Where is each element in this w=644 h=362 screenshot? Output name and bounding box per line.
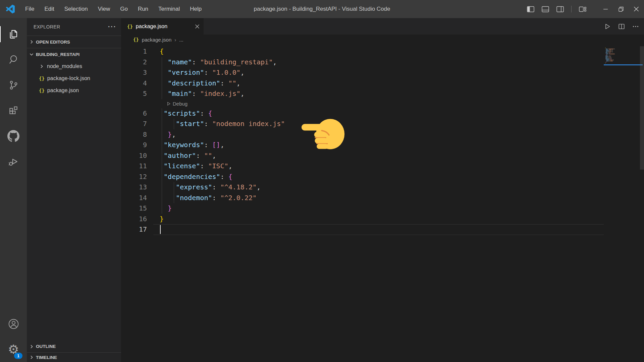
code-line-13[interactable]: 13 "express": "^4.18.2", [121, 182, 644, 193]
code-line-12[interactable]: 12 "dependencies": { [121, 172, 644, 182]
minimap-cursor-line [604, 64, 643, 65]
line-number: 17 [121, 224, 147, 235]
title-bar: FileEditSelectionViewGoRunTerminalHelp p… [0, 0, 644, 18]
code-text: "dependencies": { [147, 172, 232, 182]
indent-guide [162, 182, 162, 193]
minimap-line [612, 52, 613, 52]
close-window-button[interactable] [629, 0, 644, 18]
more-actions-icon[interactable] [632, 23, 639, 30]
tab-package-json[interactable]: {} package.json [121, 18, 204, 35]
split-editor-icon[interactable] [618, 23, 625, 30]
breadcrumb-more[interactable]: ... [179, 37, 183, 43]
minimap-line [612, 51, 612, 51]
code-line-15[interactable]: 15 } [121, 203, 644, 214]
timeline-section[interactable]: TIMELINE [27, 352, 121, 362]
menu-bar: FileEditSelectionViewGoRunTerminalHelp [20, 0, 207, 18]
tree-item-node_modules[interactable]: node_modules [27, 60, 121, 72]
restore-button[interactable] [613, 0, 629, 18]
toggle-secondary-sidebar-icon[interactable] [556, 6, 564, 12]
code-line-8[interactable]: 8 }, [121, 129, 644, 140]
activitybar-run-and-debug[interactable] [0, 149, 27, 174]
code-lens-row: Debug [121, 99, 644, 108]
minimap-line [610, 59, 610, 59]
code-line-7[interactable]: 7 "start": "nodemon index.js" [121, 119, 644, 129]
code-text: "license": "ISC", [147, 161, 232, 172]
toggle-primary-sidebar-icon[interactable] [527, 6, 534, 12]
minimap-line [605, 48, 606, 48]
open-editors-label: OPEN EDITORS [36, 40, 70, 45]
indent-guide [162, 88, 162, 99]
minimap-line [611, 58, 612, 58]
outline-section[interactable]: OUTLINE [27, 341, 121, 352]
code-text: "express": "^4.18.2", [147, 182, 261, 193]
minimap[interactable] [605, 48, 641, 69]
tree-item-package-lock.json[interactable]: {}package-lock.json [27, 72, 121, 84]
toggle-panel-icon[interactable] [542, 6, 549, 12]
sidebar-title: EXPLORER [34, 24, 60, 29]
menu-item-view[interactable]: View [93, 0, 115, 18]
run-file-icon[interactable] [604, 23, 611, 30]
minimap-line [606, 50, 608, 50]
minimap-line [612, 50, 613, 50]
customize-layout-icon[interactable] [579, 6, 586, 12]
code-line-10[interactable]: 10 "author": "", [121, 150, 644, 161]
code-line-4[interactable]: 4 "description": "", [121, 78, 644, 89]
minimap-line [606, 60, 609, 60]
menu-item-selection[interactable]: Selection [59, 0, 93, 18]
code-line-5[interactable]: 5 "main": "index.js", [121, 88, 644, 99]
account-icon [8, 318, 19, 329]
menu-item-help[interactable]: Help [185, 0, 207, 18]
open-editors-section[interactable]: OPEN EDITORS [27, 36, 121, 48]
minimap-line [605, 63, 606, 63]
activitybar-settings[interactable]: ⚙ 1 [0, 337, 27, 362]
minimize-button[interactable] [598, 0, 613, 18]
menu-item-run[interactable]: Run [133, 0, 153, 18]
code-line-3[interactable]: 3 "version": "1.0.0", [121, 67, 644, 78]
chevron-down-icon [29, 52, 34, 57]
code-line-9[interactable]: 9 "keywords": [], [121, 140, 644, 150]
vertical-scrollbar[interactable] [640, 46, 644, 170]
line-number: 13 [121, 182, 147, 193]
tree-item-package.json[interactable]: {}package.json [27, 84, 121, 97]
more-actions-icon[interactable]: ··· [108, 23, 116, 31]
code-text: } [147, 203, 172, 214]
menu-item-terminal[interactable]: Terminal [153, 0, 185, 18]
code-line-1[interactable]: 1{ [121, 46, 644, 57]
code-lens-debug[interactable]: Debug [166, 101, 187, 107]
close-tab-icon[interactable] [195, 24, 200, 29]
code-line-17[interactable]: 17 [121, 224, 644, 235]
activitybar-accounts[interactable] [0, 311, 27, 337]
activitybar-search[interactable] [0, 47, 27, 72]
code-text: "author": "", [147, 150, 216, 161]
minimap-line [606, 52, 607, 52]
code-text: "start": "nodemon index.js" [147, 119, 285, 129]
minimap-line [609, 52, 612, 52]
workspace-folder-section[interactable]: BUILDING_RESTAPI [27, 48, 121, 60]
json-file-icon: {} [127, 24, 133, 29]
indent-guide [174, 193, 174, 203]
breadcrumb[interactable]: {} package.json › ... [121, 35, 644, 45]
file-label: package-lock.json [47, 75, 90, 81]
activitybar-extensions[interactable] [0, 98, 27, 123]
code-line-11[interactable]: 11 "license": "ISC", [121, 161, 644, 172]
menu-item-edit[interactable]: Edit [39, 0, 59, 18]
window-title: package.json - Building_RestAPI - Visual… [254, 6, 390, 12]
minimap-line [610, 61, 613, 61]
menu-item-go[interactable]: Go [115, 0, 133, 18]
minimap-line [606, 61, 609, 61]
code-line-16[interactable]: 16} [121, 214, 644, 225]
workspace-label: BUILDING_RESTAPI [36, 52, 79, 57]
activitybar-source-control[interactable] [0, 72, 27, 98]
code-area[interactable]: 1{2 "name": "building_restapi",3 "versio… [121, 45, 644, 362]
code-line-2[interactable]: 2 "name": "building_restapi", [121, 57, 644, 68]
timeline-label: TIMELINE [36, 355, 57, 360]
minimap-line [609, 53, 610, 53]
breadcrumb-file[interactable]: package.json [142, 37, 171, 43]
activitybar-explorer[interactable] [0, 21, 27, 47]
minimap-line [609, 61, 610, 61]
code-line-6[interactable]: 6 "scripts": { [121, 108, 644, 119]
code-line-14[interactable]: 14 "nodemon": "^2.0.22" [121, 193, 644, 203]
titlebar-separator [571, 6, 572, 12]
menu-item-file[interactable]: File [20, 0, 39, 18]
activitybar-github[interactable] [0, 123, 27, 149]
